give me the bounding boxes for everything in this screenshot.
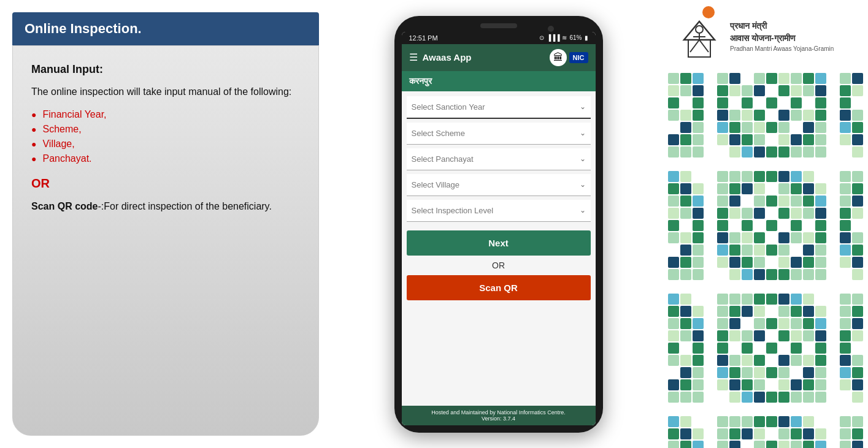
emblem-badge: 🏛 <box>550 49 567 66</box>
phone-screen: 12:51 PM ⊙ ▐▐▐ ≋ 61% ▮ ☰ Awaas App 🏛 NIC <box>402 32 596 425</box>
page-title: Online Inspection. <box>12 12 319 45</box>
svg-line-3 <box>690 40 699 52</box>
chevron-down-icon: ⌄ <box>580 129 586 137</box>
signal-icon: ⊙ <box>539 34 544 41</box>
sanction-year-label: Select Sanction Year <box>412 102 485 112</box>
svg-line-4 <box>699 40 709 52</box>
scheme-label: Select Scheme <box>412 129 465 138</box>
scan-qr-button[interactable]: Scan QR <box>407 275 591 300</box>
app-header-left: ☰ Awaas App <box>409 51 472 63</box>
app-title: Awaas App <box>423 52 472 63</box>
wifi-icon: ≋ <box>562 34 567 41</box>
sanction-year-dropdown[interactable]: Select Sanction Year ⌄ <box>407 96 591 119</box>
panchayat-label: Select Panchayat <box>412 154 474 164</box>
svg-point-0 <box>702 6 715 18</box>
center-panel: 12:51 PM ⊙ ▐▐▐ ≋ 61% ▮ ☰ Awaas App 🏛 NIC <box>331 0 666 448</box>
scan-rest-text: -:For direct inspection of the beneficia… <box>98 201 271 211</box>
app-body[interactable]: करनपुर Select Sanction Year ⌄ Select Sch… <box>402 71 596 406</box>
scan-qr-label: Scan QR code <box>31 201 98 211</box>
dot-grid-pattern <box>666 70 868 448</box>
or-divider: OR <box>402 258 596 273</box>
phone-camera <box>548 26 554 32</box>
pmay-logo-svg <box>675 6 724 67</box>
chevron-down-icon: ⌄ <box>580 180 586 189</box>
app-header: ☰ Awaas App 🏛 NIC <box>402 44 596 71</box>
chevron-down-icon: ⌄ <box>580 206 586 215</box>
status-bar: 12:51 PM ⊙ ▐▐▐ ≋ 61% ▮ <box>402 32 596 44</box>
list-item: Scheme, <box>31 124 300 135</box>
left-panel: Online Inspection. Manual Input: The onl… <box>0 0 331 448</box>
logo-eng: Pradhan Mantri Awaas Yojana-Gramin <box>730 45 834 53</box>
logo-text: प्रधान मंत्री आवास योजना-ग्रामीण Pradhan… <box>730 20 834 53</box>
village-label: Select Village <box>412 180 460 189</box>
logo-hindi1: प्रधान मंत्री <box>730 20 834 32</box>
menu-icon[interactable]: ☰ <box>409 51 418 63</box>
network-bars: ▐▐▐ <box>547 34 559 41</box>
manual-input-title: Manual Input: <box>31 63 300 76</box>
right-panel: प्रधान मंत्री आवास योजना-ग्रामीण Pradhan… <box>666 0 868 448</box>
inspection-level-label: Select Inspection Level <box>412 206 494 215</box>
footer-line2: Version: 3.7.4 <box>407 416 591 422</box>
or-label: OR <box>31 177 300 191</box>
footer-line1: Hosted and Maintained by National Inform… <box>407 409 591 416</box>
list-item: Village, <box>31 139 300 150</box>
battery-level: 61% <box>569 34 582 41</box>
manual-list: Financial Year, Scheme, Village, Panchay… <box>31 109 300 164</box>
chevron-down-icon: ⌄ <box>580 102 586 111</box>
list-item: Panchayat. <box>31 153 300 164</box>
app-footer: Hosted and Maintained by National Inform… <box>402 406 596 425</box>
district-bar: करनपुर <box>402 71 596 91</box>
village-dropdown[interactable]: Select Village ⌄ <box>407 174 591 196</box>
status-time: 12:51 PM <box>409 34 438 42</box>
svg-point-6 <box>696 26 703 33</box>
logo-area: प्रधान मंत्री आवास योजना-ग्रामीण Pradhan… <box>666 0 868 70</box>
next-button[interactable]: Next <box>407 230 591 256</box>
inspection-level-dropdown[interactable]: Select Inspection Level ⌄ <box>407 200 591 222</box>
svg-rect-2 <box>688 40 710 57</box>
left-content: Manual Input: The online inspection will… <box>12 45 319 436</box>
phone-speaker <box>480 23 517 28</box>
logo-hindi2: आवास योजना-ग्रामीण <box>730 32 834 45</box>
nic-badge: NIC <box>569 52 588 63</box>
panchayat-dropdown[interactable]: Select Panchayat ⌄ <box>407 148 591 170</box>
scan-description: Scan QR code-:For direct inspection of t… <box>31 199 300 214</box>
phone-mockup: 12:51 PM ⊙ ▐▐▐ ≋ 61% ▮ ☰ Awaas App 🏛 NIC <box>394 16 603 433</box>
manual-input-desc: The online inspection will take input ma… <box>31 85 300 99</box>
chevron-down-icon: ⌄ <box>580 154 586 163</box>
scheme-dropdown[interactable]: Select Scheme ⌄ <box>407 123 591 145</box>
status-icons: ⊙ ▐▐▐ ≋ 61% ▮ <box>539 34 588 41</box>
form-section: Select Sanction Year ⌄ Select Scheme ⌄ S… <box>402 96 596 224</box>
header-badges: 🏛 NIC <box>550 49 588 66</box>
battery-icon: ▮ <box>585 34 588 41</box>
list-item: Financial Year, <box>31 109 300 120</box>
